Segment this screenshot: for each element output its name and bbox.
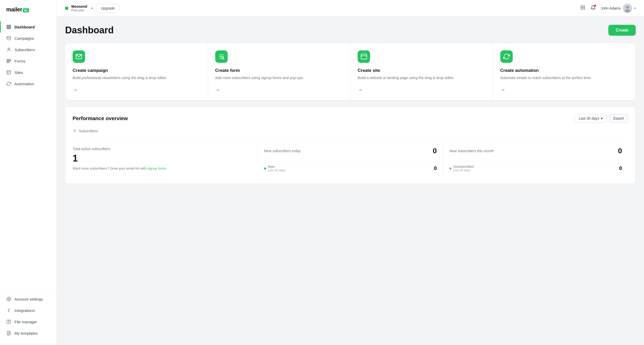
create-site-card[interactable]: Create site Build a website or landing p…: [350, 43, 493, 100]
workspace-plan: Free plan: [71, 9, 87, 12]
main-content: Moosend Free plan ▾ Upgrade John Adams ▾: [57, 0, 644, 345]
sidebar-item-integrations[interactable]: Integrations: [0, 305, 57, 316]
create-campaign-card[interactable]: Create campaign Build professional newsl…: [65, 43, 208, 100]
svg-point-41: [74, 129, 75, 131]
create-button[interactable]: Create: [608, 25, 636, 36]
automation-card-arrow: →: [500, 87, 628, 93]
performance-title: Performance overview: [73, 116, 128, 121]
svg-rect-24: [584, 6, 585, 6]
sidebar-item-label: File manager: [14, 320, 37, 324]
svg-rect-22: [581, 6, 581, 6]
sidebar-item-my-templates[interactable]: My templates: [0, 327, 57, 339]
svg-rect-28: [581, 9, 581, 9]
svg-rect-29: [582, 9, 583, 9]
sidebar-item-label: Integrations: [14, 308, 35, 313]
page-title: Dashboard: [65, 25, 114, 36]
header: Moosend Free plan ▾ Upgrade John Adams ▾: [57, 0, 644, 17]
sidebar-item-label: My templates: [14, 331, 37, 335]
export-button[interactable]: Export: [609, 114, 628, 123]
notifications-bell[interactable]: [591, 5, 596, 11]
svg-point-15: [9, 312, 10, 312]
new-sub-value: 0: [434, 165, 437, 171]
logo[interactable]: mailerlite: [0, 6, 57, 21]
svg-rect-7: [7, 61, 11, 62]
workspace-color-badge: [65, 7, 68, 10]
campaign-card-desc: Build professional newsletters using the…: [73, 75, 201, 81]
new-month-label: New subscribers this month: [449, 149, 494, 153]
user-profile[interactable]: John Adams ▾: [601, 4, 636, 13]
logo-text: mailerlite: [6, 6, 29, 13]
automation-card-title: Create automation: [500, 68, 628, 73]
campaign-card-title: Create campaign: [73, 68, 201, 73]
sidebar-item-subscribers[interactable]: Subscribers: [0, 44, 57, 55]
sidebar-item-sites[interactable]: Sites: [0, 67, 57, 78]
svg-rect-6: [7, 59, 11, 60]
svg-rect-2: [7, 27, 8, 29]
svg-rect-23: [582, 6, 583, 6]
svg-point-33: [625, 9, 630, 12]
period-select[interactable]: Last 30 days ▾: [575, 114, 606, 123]
new-today-label: New subscribers today: [264, 149, 301, 153]
automation-card-icon: [500, 50, 513, 63]
period-chevron-icon: ▾: [601, 116, 603, 120]
integrations-icon: [6, 308, 11, 313]
nav-divider: [0, 291, 57, 291]
total-active-label: Total active subscribers: [73, 147, 251, 151]
svg-rect-9: [7, 71, 11, 74]
new-month-value: 0: [618, 147, 622, 155]
file-manager-icon: [6, 319, 11, 324]
automation-icon: [6, 81, 11, 86]
sidebar-item-file-manager[interactable]: File manager: [0, 316, 57, 327]
form-card-arrow: →: [215, 87, 343, 93]
total-active-stat: Total active subscribers 1 Want more sub…: [73, 143, 258, 176]
section-label-text: Subscribers: [79, 129, 98, 133]
svg-rect-26: [582, 7, 583, 8]
svg-rect-39: [361, 54, 367, 59]
sidebar-item-label: Automation: [14, 82, 34, 86]
sidebar-item-account-settings[interactable]: Account settings: [0, 293, 57, 305]
dashboard-icon: [6, 24, 11, 29]
period-label: Last 30 days: [579, 116, 599, 120]
sidebar: mailerlite Dashboard Campaigns Subscribe…: [0, 0, 57, 345]
campaign-card-arrow: →: [73, 87, 201, 93]
user-avatar: [623, 4, 632, 13]
logo-badge: lite: [23, 8, 29, 12]
form-card-icon: [215, 50, 228, 63]
user-chevron-icon: ▾: [634, 6, 636, 10]
site-card-arrow: →: [358, 87, 486, 93]
svg-point-12: [8, 298, 10, 300]
grid-icon[interactable]: [580, 5, 585, 11]
subscribers-icon: [6, 47, 11, 52]
svg-rect-27: [584, 7, 585, 8]
upgrade-button[interactable]: Upgrade: [96, 4, 120, 13]
workspace-chevron-icon[interactable]: ▾: [91, 6, 93, 10]
sidebar-item-campaigns[interactable]: Campaigns: [0, 33, 57, 44]
sidebar-item-dashboard[interactable]: Dashboard: [0, 21, 57, 33]
unsubscribed-label: Unsubscribed Last 30 days: [449, 165, 474, 172]
performance-header: Performance overview Last 30 days ▾ Expo…: [73, 114, 628, 123]
unsubscribed-value: 0: [619, 165, 622, 171]
notification-dot: [594, 5, 596, 7]
create-form-card[interactable]: Create form Add more subscribers using s…: [208, 43, 351, 100]
sidebar-item-forms[interactable]: Forms: [0, 55, 57, 67]
stats-grid: Total active subscribers 1 Want more sub…: [73, 143, 628, 176]
new-sub-label: New Last 30 days: [264, 165, 285, 172]
form-card-title: Create form: [215, 68, 343, 73]
new-month-stat: New subscribers this month 0 Unsubscribe…: [443, 143, 628, 176]
campaigns-icon: [6, 36, 11, 41]
performance-overview-card: Performance overview Last 30 days ▾ Expo…: [65, 106, 636, 184]
signup-forms-link[interactable]: signup forms: [147, 166, 166, 170]
sidebar-item-label: Forms: [14, 59, 26, 63]
svg-line-17: [8, 311, 9, 312]
campaign-card-icon: [73, 50, 85, 63]
form-card-desc: Add more subscribers using signup forms …: [215, 75, 343, 81]
site-card-desc: Build a website or landing page using th…: [358, 75, 486, 81]
create-automation-card[interactable]: Create automation Automate emails to rea…: [493, 43, 636, 100]
sidebar-item-label: Campaigns: [14, 36, 34, 41]
new-today-value: 0: [433, 147, 437, 155]
forms-icon: [6, 58, 11, 64]
new-today-stat: New subscribers today 0 New Last 30 days: [258, 143, 443, 176]
svg-point-14: [9, 309, 10, 309]
sidebar-item-automation[interactable]: Automation: [0, 78, 57, 89]
header-left: Moosend Free plan ▾ Upgrade: [65, 4, 120, 13]
